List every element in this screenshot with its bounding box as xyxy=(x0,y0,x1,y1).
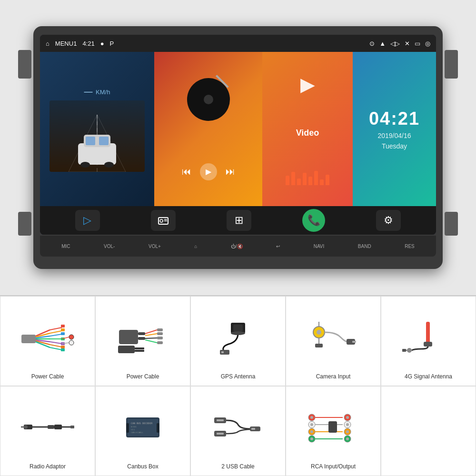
svg-point-66 xyxy=(407,348,412,353)
location-icon: ⊙ xyxy=(369,40,375,47)
rca-label: RCA Input/Output xyxy=(311,463,356,470)
svg-point-56 xyxy=(231,331,245,335)
gps-antenna-image xyxy=(195,304,281,369)
radio-adaptor-image xyxy=(4,394,91,459)
svg-rect-75 xyxy=(70,426,74,428)
power-cable-2-label: Power Cable xyxy=(127,373,159,380)
svg-rect-91 xyxy=(217,433,224,435)
power-cable-1-label: Power Cable xyxy=(31,373,64,380)
svg-rect-53 xyxy=(233,325,243,331)
accessory-empty xyxy=(381,386,476,476)
svg-point-76 xyxy=(24,425,28,429)
svg-point-99 xyxy=(310,437,313,440)
svg-point-9 xyxy=(160,219,163,222)
android-icon[interactable]: ◎ xyxy=(425,40,430,47)
top-section: ⌂ MENU1 4:21 ● P ⊙ ▲ ◁▷ ✕ ▭ ◎ xyxy=(0,0,476,295)
svg-rect-38 xyxy=(119,330,138,344)
menu-label[interactable]: MENU1 xyxy=(55,40,77,47)
accessories-grid: Power Cable xyxy=(0,295,476,476)
screen-area[interactable]: ⌂ MENU1 4:21 ● P ⊙ ▲ ◁▷ ✕ ▭ ◎ xyxy=(40,35,436,235)
clock-day: Tuesday xyxy=(382,142,407,150)
svg-text:CAN-H CAN-L: CAN-H CAN-L xyxy=(131,431,144,434)
4g-antenna-label: 4G Signal Antenna xyxy=(405,373,452,380)
svg-line-44 xyxy=(145,340,157,343)
svg-point-58 xyxy=(317,330,321,335)
svg-rect-29 xyxy=(61,332,65,335)
svg-point-111 xyxy=(346,437,349,440)
prev-button[interactable]: ⏮ xyxy=(182,166,191,177)
nav-dock-item[interactable]: ▷ xyxy=(75,210,100,231)
accessory-4g-antenna: 4G Signal Antenna xyxy=(381,296,476,386)
btn-vol-minus[interactable]: VOL- xyxy=(104,244,115,249)
time-display: 4:21 xyxy=(82,40,94,47)
btn-back[interactable]: ↩ xyxy=(276,244,280,249)
svg-rect-51 xyxy=(135,350,144,352)
svg-text:V2.1: V2.1 xyxy=(131,428,135,431)
svg-rect-61 xyxy=(352,341,356,343)
music-controls[interactable]: ⏮ ▶ ⏭ xyxy=(182,163,235,180)
camera-input-label: Camera Input xyxy=(316,373,351,380)
svg-point-5 xyxy=(104,162,114,168)
accessory-camera-input: Camera Input xyxy=(286,296,381,386)
video-icon: ▶ xyxy=(300,73,315,95)
4g-antenna-image xyxy=(385,304,472,369)
accessory-power-cable-2: Power Cable xyxy=(95,296,190,386)
play-button[interactable]: ▶ xyxy=(200,163,217,180)
svg-rect-84 xyxy=(126,423,129,433)
svg-rect-46 xyxy=(157,332,163,335)
bottom-dock: ▷ ⊞ 📞 ⚙ xyxy=(40,206,436,235)
svg-line-43 xyxy=(145,338,157,338)
btn-vol-plus[interactable]: VOL+ xyxy=(149,244,161,249)
svg-point-109 xyxy=(346,430,349,433)
svg-rect-65 xyxy=(424,342,432,347)
accessory-canbus-box: CAN BUS DECODER ID 001 V2.1 CAN-H CAN-L … xyxy=(95,386,190,476)
svg-rect-28 xyxy=(61,328,65,331)
mount-bracket-bl xyxy=(18,212,31,236)
home-icon[interactable]: ⌂ xyxy=(46,40,50,47)
left-panel[interactable]: — KM/h xyxy=(40,52,154,206)
radio-dock-item[interactable] xyxy=(151,210,176,231)
usb-cable-label: 2 USB Cable xyxy=(221,463,254,470)
gps-antenna-label: GPS Antenna xyxy=(221,373,256,380)
phone-dock-item[interactable]: 📞 xyxy=(302,209,325,232)
svg-rect-27 xyxy=(61,325,65,327)
btn-home[interactable]: ⌂ xyxy=(194,244,197,249)
apps-dock-item[interactable]: ⊞ xyxy=(227,210,251,231)
btn-mic[interactable]: MIC xyxy=(61,244,70,249)
svg-line-24 xyxy=(50,342,62,344)
music-panel[interactable]: ⏮ ▶ ⏭ xyxy=(154,52,262,206)
svg-line-25 xyxy=(50,345,62,347)
next-button[interactable]: ⏭ xyxy=(226,166,235,177)
rca-image xyxy=(290,394,377,459)
svg-point-95 xyxy=(310,423,313,426)
radio-adaptor-label: Radio Adaptor xyxy=(30,463,66,470)
wifi-icon: ▲ xyxy=(379,40,386,47)
volume-icon: ◁▷ xyxy=(390,40,400,47)
window-icon[interactable]: ▭ xyxy=(415,40,420,47)
svg-rect-64 xyxy=(426,322,430,343)
accessory-usb-cable: 2 USB Cable xyxy=(190,386,286,476)
svg-point-4 xyxy=(80,162,90,168)
video-panel[interactable]: ▶ Video xyxy=(262,52,353,206)
close-icon[interactable]: ✕ xyxy=(405,40,410,47)
accessory-radio-adaptor: Radio Adaptor xyxy=(0,386,95,476)
settings-dock-item[interactable]: ⚙ xyxy=(376,210,401,231)
svg-rect-40 xyxy=(138,337,145,340)
svg-rect-112 xyxy=(328,421,337,433)
canbus-box-label: Canbus Box xyxy=(127,463,158,470)
clock-panel: 04:21 2019/04/16 Tuesday xyxy=(353,52,436,206)
mount-bracket-br xyxy=(445,212,458,236)
clock-time: 04:21 xyxy=(369,109,420,129)
svg-rect-85 xyxy=(157,423,159,433)
video-label: Video xyxy=(296,128,319,138)
svg-line-20 xyxy=(50,327,62,330)
svg-rect-7 xyxy=(99,137,109,145)
svg-rect-72 xyxy=(48,425,54,429)
svg-line-21 xyxy=(50,331,62,333)
svg-line-42 xyxy=(145,334,157,336)
btn-res[interactable]: RES xyxy=(405,244,415,249)
btn-band[interactable]: BAND xyxy=(358,244,371,249)
btn-power-mute[interactable]: ⏻/🔇 xyxy=(231,244,243,249)
btn-navi[interactable]: NAVI xyxy=(314,244,325,249)
accessory-gps-antenna: GPS Antenna xyxy=(190,296,286,386)
